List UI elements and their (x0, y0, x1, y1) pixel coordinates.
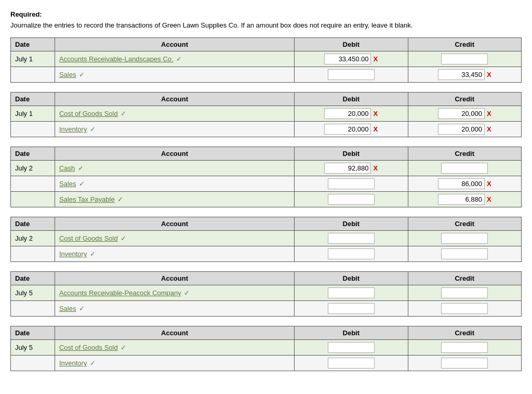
header-debit: Debit (295, 38, 408, 51)
account-cell: Accounts Receivable-Landscapes Co. ✓ (55, 51, 294, 67)
account-cell: Cash ✓ (55, 161, 294, 176)
credit-input[interactable] (438, 108, 485, 119)
header-debit: Debit (295, 326, 408, 340)
debit-input[interactable] (328, 248, 375, 259)
debit-input[interactable] (324, 163, 371, 174)
date-cell (11, 246, 55, 262)
debit-input[interactable] (324, 124, 371, 135)
header-date: Date (11, 38, 55, 51)
debit-cell (295, 285, 408, 301)
header-credit: Credit (408, 38, 521, 51)
header-account: Account (55, 272, 294, 285)
debit-input[interactable] (328, 178, 375, 189)
table-row: Sales Tax Payable ✓X (11, 192, 522, 207)
date-cell (11, 176, 55, 192)
account-link[interactable]: Inventory (59, 250, 87, 258)
debit-x-mark: X (373, 55, 378, 63)
account-link[interactable]: Sales (59, 180, 76, 188)
account-cell: Sales ✓ (55, 176, 294, 192)
table-row: Sales ✓ (11, 301, 522, 317)
date-cell: July 1 (11, 106, 55, 122)
required-label: Required: (10, 10, 522, 18)
table-row: Inventory ✓ (11, 356, 522, 371)
credit-input[interactable] (441, 248, 488, 259)
debit-input[interactable] (328, 233, 375, 244)
journal-table-1: DateAccountDebitCreditJuly 1Accounts Rec… (10, 37, 522, 83)
debit-cell (295, 231, 408, 246)
account-link[interactable]: Sales Tax Payable (59, 195, 115, 203)
credit-input[interactable] (438, 69, 485, 80)
credit-input[interactable] (438, 178, 485, 189)
check-icon: ✓ (88, 125, 96, 133)
credit-input[interactable] (441, 342, 488, 353)
table-row: July 5Accounts Receivable-Peacock Compan… (11, 285, 522, 301)
check-icon: ✓ (182, 289, 190, 297)
check-icon: ✓ (77, 180, 85, 188)
credit-cell: X (408, 122, 521, 137)
check-icon: ✓ (119, 344, 127, 351)
check-icon: ✓ (76, 164, 84, 172)
debit-input[interactable] (328, 287, 375, 298)
debit-cell (295, 67, 408, 83)
credit-input[interactable] (441, 163, 488, 174)
credit-cell (408, 51, 521, 67)
credit-cell (408, 356, 521, 371)
credit-input[interactable] (441, 233, 488, 244)
header-account: Account (55, 93, 294, 106)
account-link[interactable]: Sales (59, 305, 76, 312)
account-cell: Accounts Receivable-Peacock Company ✓ (55, 285, 294, 301)
credit-input[interactable] (441, 54, 488, 64)
account-cell: Sales Tax Payable ✓ (55, 192, 294, 207)
debit-cell (295, 192, 408, 207)
header-credit: Credit (408, 272, 521, 285)
debit-input[interactable] (328, 358, 375, 369)
account-cell: Inventory ✓ (55, 356, 294, 371)
journal-table-2: DateAccountDebitCreditJuly 1Cost of Good… (10, 92, 522, 137)
header-credit: Credit (408, 147, 521, 161)
debit-input[interactable] (328, 194, 375, 205)
header-credit: Credit (408, 326, 521, 340)
debit-input[interactable] (328, 342, 375, 353)
instructions: Journalize the entries to record the tra… (10, 21, 522, 29)
account-link[interactable]: Accounts Receivable-Peacock Company (59, 289, 181, 297)
account-cell: Sales ✓ (55, 301, 294, 317)
date-cell: July 2 (11, 231, 55, 246)
table-row: July 1Cost of Goods Sold ✓XX (11, 106, 522, 122)
credit-input[interactable] (438, 194, 485, 205)
date-cell (11, 301, 55, 317)
account-link[interactable]: Sales (59, 71, 76, 78)
date-cell: July 5 (11, 340, 55, 356)
debit-cell (295, 176, 408, 192)
debit-cell (295, 246, 408, 262)
journal-table-4: DateAccountDebitCreditJuly 2Cost of Good… (10, 217, 522, 262)
account-cell: Cost of Goods Sold ✓ (55, 106, 294, 122)
credit-input[interactable] (438, 124, 485, 135)
credit-cell (408, 161, 521, 176)
account-link[interactable]: Cost of Goods Sold (59, 344, 118, 351)
debit-x-mark: X (373, 125, 378, 133)
debit-input[interactable] (328, 303, 375, 314)
account-link[interactable]: Inventory (59, 125, 87, 133)
table-row: July 1Accounts Receivable-Landscapes Co.… (11, 51, 522, 67)
table-row: Inventory ✓ (11, 246, 522, 262)
account-link[interactable]: Cost of Goods Sold (59, 234, 118, 242)
credit-input[interactable] (441, 303, 488, 314)
debit-input[interactable] (324, 108, 371, 119)
credit-cell: X (408, 176, 521, 192)
debit-input[interactable] (328, 69, 375, 80)
account-link[interactable]: Cash (59, 164, 75, 172)
header-account: Account (55, 217, 294, 231)
account-link[interactable]: Accounts Receivable-Landscapes Co. (59, 55, 174, 63)
debit-input[interactable] (324, 54, 371, 64)
credit-input[interactable] (441, 358, 488, 369)
credit-input[interactable] (441, 287, 488, 298)
credit-x-mark: X (487, 110, 491, 117)
account-cell: Cost of Goods Sold ✓ (55, 231, 294, 246)
check-icon: ✓ (77, 305, 85, 312)
account-link[interactable]: Cost of Goods Sold (59, 110, 118, 117)
journal-table-3: DateAccountDebitCreditJuly 2Cash ✓XSales… (10, 147, 522, 207)
check-icon: ✓ (119, 110, 127, 117)
credit-cell (408, 246, 521, 262)
debit-x-mark: X (373, 164, 378, 172)
account-link[interactable]: Inventory (59, 359, 87, 367)
